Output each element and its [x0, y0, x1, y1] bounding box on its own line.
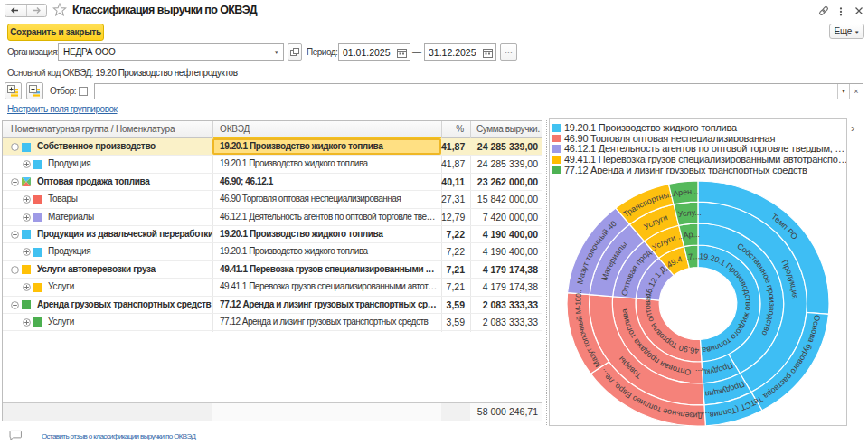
svg-text:7...: 7...	[688, 251, 700, 261]
svg-text:Ар...: Ар...	[683, 230, 700, 240]
